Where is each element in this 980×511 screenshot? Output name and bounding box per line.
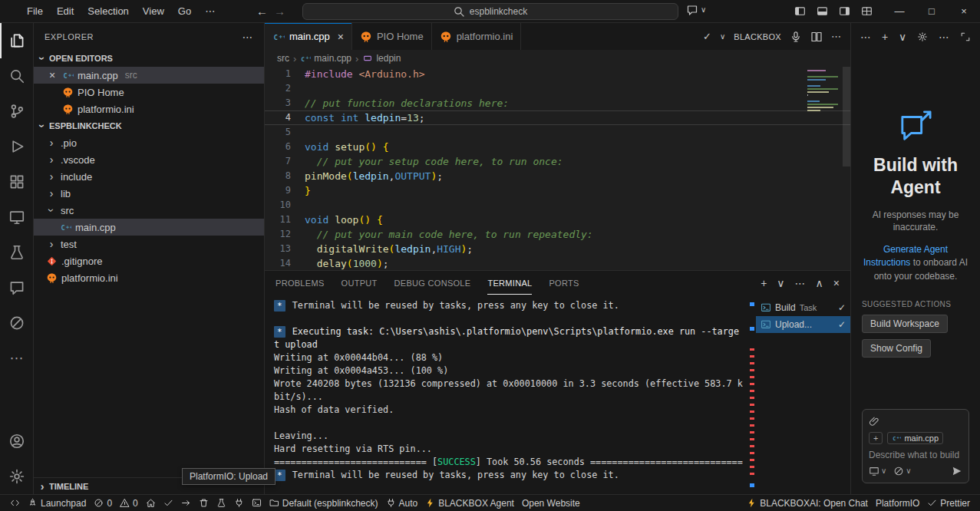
menu-file[interactable]: File (20, 5, 50, 17)
minimap[interactable] (807, 70, 840, 113)
close-button[interactable]: × (948, 0, 980, 23)
new-terminal-icon[interactable]: + (761, 278, 767, 288)
tree-folder-include[interactable]: ›include (34, 168, 264, 185)
tree-folder-vscode[interactable]: ›.vscode (34, 151, 264, 168)
terminal-task-Upload[interactable]: Upload...✓ (756, 316, 850, 333)
new-chat-picker-icon[interactable]: ∨ (899, 31, 906, 42)
chat-toggle-button[interactable]: ∨ (686, 4, 706, 16)
open-website[interactable]: Open Website (518, 495, 584, 511)
blackbox-agent[interactable]: BLACKBOX Agent (421, 495, 518, 511)
toggle-sidebar-left-icon[interactable] (794, 5, 806, 17)
activity-additional-views[interactable]: ⋯ (0, 341, 33, 376)
menu-overflow-icon[interactable]: ⋯ (198, 5, 222, 17)
activity-source-control[interactable] (0, 94, 33, 129)
open-editors-header[interactable]: › OPEN EDITORS (34, 50, 264, 67)
pio-serial-port[interactable]: Auto (382, 495, 422, 511)
blackboxai-open-chat[interactable]: BLACKBOXAI: Open Chat (743, 495, 872, 511)
tab-maincpp[interactable]: C++main.cpp× (265, 23, 352, 50)
workspace-header[interactable]: › ESPBLINKCHECK (34, 117, 264, 134)
command-center-search[interactable]: espblinkcheck (302, 3, 678, 20)
panel-tab-debug-console[interactable]: DEBUG CONSOLE (394, 271, 471, 295)
toggle-panel-icon[interactable] (817, 5, 828, 17)
activity-blackbox-chat[interactable] (0, 270, 33, 305)
panel-tab-output[interactable]: OUTPUT (342, 271, 378, 295)
blackbox-button[interactable]: BLACKBOX (734, 32, 781, 41)
activity-remote-explorer[interactable] (0, 199, 33, 235)
activity-run-and-debug[interactable] (0, 129, 33, 164)
pio-project-env[interactable]: Default (espblinkcheck) (266, 495, 382, 511)
pio-test[interactable] (213, 495, 230, 511)
pio-home[interactable] (142, 495, 160, 511)
tree-folder-test[interactable]: ›test (34, 236, 264, 252)
remote-indicator[interactable] (6, 495, 24, 511)
maximize-panel-icon[interactable]: ∧ (816, 278, 823, 288)
pio-build[interactable] (160, 495, 177, 511)
minimize-button[interactable]: — (883, 0, 916, 23)
code-editor[interactable]: 1#include <Arduino.h>23// put function d… (265, 67, 850, 270)
pio-clean[interactable] (195, 495, 213, 511)
toggle-sidebar-right-icon[interactable] (839, 5, 850, 17)
forward-icon[interactable]: → (274, 5, 285, 17)
activity-accounts[interactable] (0, 424, 33, 459)
customize-layout-icon[interactable] (861, 5, 873, 17)
open-editor-item[interactable]: ×C++main.cppsrc (34, 67, 264, 84)
panel-tab-problems[interactable]: PROBLEMS (276, 271, 325, 295)
tree-file-maincpp[interactable]: C++main.cpp (34, 219, 264, 236)
split-editor-icon[interactable] (810, 31, 823, 43)
breadcrumb-item-maincpp[interactable]: C++main.cpp (300, 53, 351, 64)
file-context-chip[interactable]: C++ main.cpp (887, 432, 943, 444)
breadcrumb-item-src[interactable]: src (277, 53, 289, 64)
panel-history-icon[interactable]: ⋯ (939, 31, 949, 42)
new-chat-icon[interactable]: + (882, 31, 888, 42)
terminal-picker-icon[interactable]: ∨ (777, 278, 784, 288)
platformio-status[interactable]: PlatformIO (872, 495, 923, 511)
tree-file-gitignore[interactable]: .gitignore (34, 252, 264, 269)
panel-more-icon[interactable]: ⋯ (795, 278, 806, 288)
problems-warnings[interactable]: 0 (116, 495, 142, 511)
close-panel-icon[interactable]: × (833, 278, 840, 288)
activity-search[interactable] (0, 58, 33, 94)
activity-extensions[interactable] (0, 164, 33, 199)
tab-PIOHome[interactable]: PIO Home (352, 23, 432, 50)
pio-upload[interactable] (177, 495, 195, 511)
tree-file-platformioini[interactable]: platformio.ini (34, 269, 264, 286)
add-context-chip[interactable]: + (869, 432, 883, 444)
context-selector[interactable]: ∨ (869, 466, 886, 476)
pio-launchpad[interactable]: Launchpad (24, 495, 90, 511)
activity-settings[interactable] (0, 459, 33, 494)
panel-tab-terminal[interactable]: TERMINAL (487, 271, 532, 295)
panel-tab-ports[interactable]: PORTS (549, 271, 579, 295)
tree-folder-lib[interactable]: ›lib (34, 185, 264, 202)
pio-terminal[interactable] (248, 495, 266, 511)
action-show-config[interactable]: Show Config (862, 339, 931, 358)
tree-folder-pio[interactable]: ›.pio (34, 134, 264, 151)
editor-scrollbar[interactable] (843, 67, 850, 270)
mode-selector[interactable]: ∨ (893, 466, 911, 476)
explorer-more-icon[interactable]: ⋯ (243, 31, 254, 42)
panel-expand-icon[interactable] (960, 31, 971, 42)
activity-testing[interactable] (0, 235, 33, 270)
menu-edit[interactable]: Edit (50, 5, 81, 17)
panel-settings-icon[interactable] (917, 31, 928, 42)
tree-folder-src[interactable]: ›src (34, 202, 264, 219)
menu-view[interactable]: View (136, 5, 171, 17)
action-build-workspace[interactable]: Build Workspace (862, 315, 948, 333)
attach-icon[interactable] (869, 416, 879, 427)
mic-icon[interactable] (790, 31, 802, 43)
terminal-task-Build[interactable]: BuildTask✓ (756, 299, 850, 316)
breadcrumb-item-ledpin[interactable]: ledpin (362, 53, 401, 64)
tab-platformioini[interactable]: platformio.ini (432, 23, 522, 50)
open-editor-item[interactable]: PIO Home (34, 84, 264, 101)
back-icon[interactable]: ← (256, 5, 268, 17)
panel-more-icon[interactable]: ⋯ (860, 31, 871, 42)
terminal-output[interactable]: *Terminal will be reused by tasks, press… (265, 295, 748, 494)
send-button[interactable] (952, 466, 962, 476)
activity-explorer[interactable] (0, 23, 33, 58)
open-editor-item[interactable]: platformio.ini (34, 101, 264, 117)
agent-chat-input[interactable]: + C++ main.cpp Describe what to build ∨ … (862, 409, 969, 483)
maximize-button[interactable]: □ (916, 0, 948, 23)
activity-live-share[interactable] (0, 305, 33, 341)
menu-selection[interactable]: Selection (81, 5, 135, 17)
menu-go[interactable]: Go (171, 5, 198, 17)
problems-errors[interactable]: 0 (90, 495, 116, 511)
